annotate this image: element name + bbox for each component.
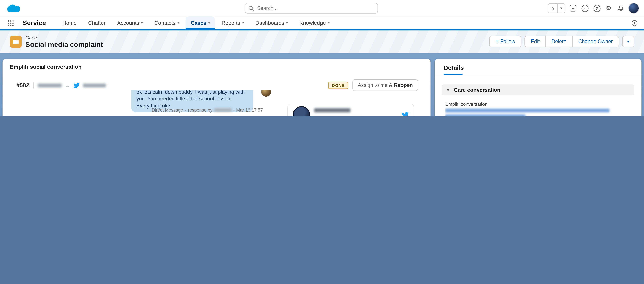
record-action-group: Edit Delete Change Owner xyxy=(524,36,619,47)
app-name: Service xyxy=(23,19,46,27)
search-icon xyxy=(248,6,254,11)
chevron-down-icon[interactable]: ▾ xyxy=(242,21,244,25)
status-badge: DONE xyxy=(328,82,348,89)
card-title: Emplifi social conversation xyxy=(10,64,82,70)
chevron-down-icon: ▼ xyxy=(446,88,450,92)
customer-profile-card xyxy=(288,104,414,116)
object-label: Case xyxy=(26,35,37,41)
nav-tab-knowledge[interactable]: Knowledge▾ xyxy=(294,17,334,29)
salesforce-logo-icon xyxy=(6,3,22,14)
app-navigation-bar: Service Home Chatter Accounts▾ Contacts▾… xyxy=(0,17,644,30)
section-care-conversation[interactable]: ▼ Care conversation xyxy=(442,84,634,95)
customer-profile-avatar xyxy=(293,106,310,116)
nav-info-button[interactable]: i xyxy=(632,20,638,26)
redacted-author xyxy=(214,108,232,112)
nav-tab-dashboards[interactable]: Dashboards▾ xyxy=(250,17,293,29)
favorites-star-icon[interactable]: ☆ xyxy=(548,4,558,13)
details-field-grid: Emplifi conversation ✎ Case Owner ✎ Stat… xyxy=(445,101,632,116)
conversation-header: #582 → DONE Assign to me &Reopen xyxy=(16,79,418,91)
nav-tab-reports[interactable]: Reports▾ xyxy=(217,17,249,29)
active-tab-underline xyxy=(444,74,462,75)
chevron-down-icon[interactable]: ▾ xyxy=(178,21,179,25)
favorites-menu-chevron-icon[interactable]: ▾ xyxy=(558,4,565,13)
arrow-icon: → xyxy=(65,82,70,88)
setup-button[interactable]: ⚙︎ xyxy=(604,4,613,12)
chat-thread[interactable]: ok lets calm down buddy. I was just play… xyxy=(16,90,276,116)
chevron-down-icon[interactable]: ▾ xyxy=(141,21,143,25)
follow-button[interactable]: +Follow xyxy=(489,36,522,47)
divider xyxy=(33,82,34,88)
nav-tabs: Home Chatter Accounts▾ Contacts▾ Cases▾ … xyxy=(58,17,334,29)
page-title: Social media complaint xyxy=(26,41,103,49)
agent-avatar xyxy=(261,90,271,97)
more-actions-button[interactable]: ▼ xyxy=(622,36,634,47)
details-card: Details ▼ Care conversation Emplifi conv… xyxy=(434,59,642,116)
gear-icon: ⚙︎ xyxy=(606,5,612,12)
global-header: ☆ ▾ + ◦ ? ⚙︎ xyxy=(0,0,644,17)
change-owner-button[interactable]: Change Owner xyxy=(572,36,619,47)
help-button[interactable]: ? xyxy=(593,4,601,12)
plus-icon: + xyxy=(570,5,576,12)
chevron-down-icon[interactable]: ▾ xyxy=(208,21,210,25)
nav-tab-contacts[interactable]: Contacts▾ xyxy=(150,17,184,29)
search-input[interactable] xyxy=(256,5,374,12)
plus-icon: + xyxy=(495,38,498,45)
nav-tab-accounts[interactable]: Accounts▾ xyxy=(112,17,148,29)
redacted-link[interactable] xyxy=(445,109,610,112)
bell-icon xyxy=(618,5,624,12)
assign-reopen-button[interactable]: Assign to me &Reopen xyxy=(352,79,418,91)
redacted-customer-name xyxy=(314,108,350,112)
salesforce-service-console: ☆ ▾ + ◦ ? ⚙︎ Service Home Chatter Accoun… xyxy=(0,0,644,116)
details-tab-title[interactable]: Details xyxy=(444,64,464,71)
chevron-down-icon[interactable]: ▾ xyxy=(286,21,288,25)
divider xyxy=(434,75,642,75)
app-launcher-icon[interactable] xyxy=(8,20,14,26)
message-text: ok lets calm down buddy. I was just play… xyxy=(136,90,245,108)
nav-tab-cases[interactable]: Cases▾ xyxy=(186,17,215,29)
chevron-down-icon[interactable]: ▾ xyxy=(328,21,330,25)
help-icon: ? xyxy=(593,5,600,12)
global-search xyxy=(245,3,378,14)
redacted-link[interactable] xyxy=(445,114,526,116)
redacted-participant-handle xyxy=(83,83,106,87)
record-page-header: Case Social media complaint +Follow Edit… xyxy=(0,30,644,53)
edit-icon[interactable]: ✎ xyxy=(627,115,632,116)
record-actions: +Follow Edit Delete Change Owner ▼ xyxy=(489,36,634,47)
case-object-icon xyxy=(10,36,22,48)
edit-button[interactable]: Edit xyxy=(524,36,546,47)
redacted-participant-name xyxy=(38,83,62,87)
nav-tab-home[interactable]: Home xyxy=(58,17,82,29)
conversation-id: #582 xyxy=(16,82,29,88)
delete-button[interactable]: Delete xyxy=(546,36,572,47)
customer-profile-text xyxy=(314,107,398,116)
user-avatar[interactable] xyxy=(628,3,639,14)
guidance-center-icon: ◦ xyxy=(582,5,588,12)
twitter-icon xyxy=(402,112,409,116)
folder-icon xyxy=(12,38,19,45)
info-icon: i xyxy=(632,20,638,26)
emplifi-conversation-card: Emplifi social conversation #582 → DONE … xyxy=(2,59,430,116)
favorites-control: ☆ ▾ xyxy=(548,3,565,13)
twitter-icon xyxy=(74,82,80,88)
global-actions-button[interactable]: + xyxy=(569,4,577,12)
message-meta: Direct Message· response by · Mar 13 17:… xyxy=(152,107,263,112)
chevron-down-icon: ▼ xyxy=(626,40,630,44)
nav-tab-chatter[interactable]: Chatter xyxy=(83,17,110,29)
notifications-button[interactable] xyxy=(616,4,625,12)
field-emplifi-conversation: Emplifi conversation ✎ xyxy=(445,101,632,116)
guidance-center-button[interactable]: ◦ xyxy=(581,4,589,12)
header-actions: ☆ ▾ + ◦ ? ⚙︎ xyxy=(548,3,639,14)
